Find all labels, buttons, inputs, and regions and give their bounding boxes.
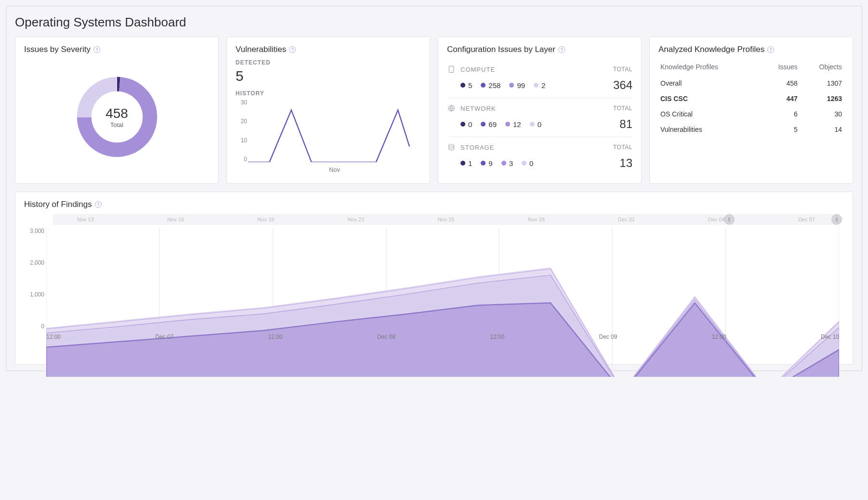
help-icon[interactable]: ? bbox=[558, 46, 565, 53]
detected-label: DETECTED bbox=[236, 59, 421, 66]
sev-critical: 5 bbox=[460, 81, 472, 90]
sev-medium: 3 bbox=[501, 159, 513, 167]
network-icon bbox=[447, 104, 456, 113]
layer-row-storage: STORAGE TOTAL 1 9 3 0 13 bbox=[447, 137, 632, 176]
col-issues: Issues bbox=[761, 59, 800, 76]
layer-row-network: NETWORK TOTAL 0 69 12 0 81 bbox=[447, 98, 632, 137]
kp-row[interactable]: Overall 458 1307 bbox=[658, 76, 844, 91]
donut-total: 458 bbox=[105, 106, 128, 121]
donut-chart[interactable]: 458 Total bbox=[24, 59, 210, 175]
sev-medium: 99 bbox=[509, 81, 525, 90]
layer-name: COMPUTE bbox=[460, 66, 608, 73]
spark-x-label: Nov bbox=[248, 166, 421, 173]
sev-critical: 1 bbox=[460, 159, 472, 167]
sev-low: 0 bbox=[530, 120, 541, 128]
card-vulnerabilities: Vulnerabilities ? DETECTED 5 HISTORY 30 … bbox=[226, 37, 430, 184]
time-range-scrubber[interactable]: Nov 13 Nov 16 Nov 19 Nov 22 Nov 25 Nov 2… bbox=[53, 214, 839, 225]
total-label: TOTAL bbox=[613, 105, 632, 112]
scrub-handle-right[interactable]: || bbox=[831, 214, 842, 225]
total-label: TOTAL bbox=[613, 66, 632, 73]
card-title: Vulnerabilities ? bbox=[236, 45, 421, 54]
svg-rect-4 bbox=[449, 66, 453, 72]
sev-major: 9 bbox=[481, 159, 492, 167]
help-icon[interactable]: ? bbox=[767, 46, 774, 53]
spark-y-axis: 30 20 10 0 bbox=[236, 100, 247, 162]
donut-total-label: Total bbox=[110, 121, 123, 128]
layer-name: NETWORK bbox=[460, 105, 608, 112]
help-icon[interactable]: ? bbox=[289, 46, 296, 53]
total-label: TOTAL bbox=[613, 144, 632, 151]
sev-medium: 12 bbox=[505, 120, 521, 128]
dashboard-container: Operating Systems Dashboard Issues by Se… bbox=[6, 6, 862, 371]
card-title: Configuration Issues by Layer ? bbox=[447, 45, 632, 54]
hof-area-chart bbox=[46, 228, 839, 377]
help-icon[interactable]: ? bbox=[93, 46, 100, 53]
hof-x-axis: 12:00 Dec 07 12:00 Dec 08 12:00 Dec 09 1… bbox=[46, 333, 839, 340]
sev-critical: 0 bbox=[460, 120, 472, 128]
col-name: Knowledge Profiles bbox=[658, 59, 761, 76]
card-title-text: Vulnerabilities bbox=[236, 45, 286, 54]
card-title-text: Issues by Severity bbox=[24, 45, 91, 54]
card-title-text: Analyzed Knowledge Profiles bbox=[658, 45, 764, 54]
card-title-text: Configuration Issues by Layer bbox=[447, 45, 555, 54]
layer-row-compute: COMPUTE TOTAL 5 258 99 2 364 bbox=[447, 59, 632, 98]
kp-row[interactable]: CIS CSC 447 1263 bbox=[658, 91, 844, 106]
card-title: Issues by Severity ? bbox=[24, 45, 210, 54]
card-title-text: History of Findings bbox=[24, 200, 92, 209]
page-title: Operating Systems Dashboard bbox=[15, 15, 853, 30]
card-history-of-findings: History of Findings ? Nov 13 Nov 16 Nov … bbox=[15, 192, 853, 365]
help-icon[interactable]: ? bbox=[95, 201, 102, 208]
kp-row[interactable]: OS Critical 6 30 bbox=[658, 106, 844, 122]
history-label: HISTORY bbox=[236, 90, 421, 97]
sev-low: 2 bbox=[534, 81, 545, 90]
col-objects: Objects bbox=[800, 59, 844, 76]
sev-low: 0 bbox=[522, 159, 533, 167]
donut-center: 458 Total bbox=[74, 74, 160, 160]
card-issues-by-severity: Issues by Severity ? bbox=[15, 37, 219, 184]
compute-icon bbox=[447, 65, 456, 74]
layer-total: 13 bbox=[608, 156, 632, 170]
kp-row[interactable]: Vulnerabilities 5 14 bbox=[658, 122, 844, 137]
detected-value: 5 bbox=[236, 68, 421, 84]
history-chart[interactable]: Nov 13 Nov 16 Nov 19 Nov 22 Nov 25 Nov 2… bbox=[24, 214, 844, 349]
card-config-issues: Configuration Issues by Layer ? COMPUTE … bbox=[438, 37, 642, 184]
layer-name: STORAGE bbox=[460, 144, 608, 151]
layer-total: 364 bbox=[608, 78, 632, 92]
scrub-handle-left[interactable]: || bbox=[724, 214, 735, 225]
storage-icon bbox=[447, 143, 456, 152]
card-title: Analyzed Knowledge Profiles ? bbox=[658, 45, 844, 54]
sev-major: 258 bbox=[481, 81, 500, 90]
sev-major: 69 bbox=[481, 120, 497, 128]
layer-total: 81 bbox=[608, 117, 632, 131]
hof-y-axis: 3,000 2,000 1,000 0 bbox=[24, 228, 44, 330]
card-knowledge-profiles: Analyzed Knowledge Profiles ? Knowledge … bbox=[649, 37, 853, 184]
svg-point-8 bbox=[449, 144, 454, 146]
kp-table: Knowledge Profiles Issues Objects Overal… bbox=[658, 59, 844, 137]
scrub-labels: Nov 13 Nov 16 Nov 19 Nov 22 Nov 25 Nov 2… bbox=[53, 214, 839, 225]
card-title: History of Findings ? bbox=[24, 200, 844, 209]
top-row: Issues by Severity ? bbox=[15, 37, 853, 184]
history-sparkline[interactable]: 30 20 10 0 Nov bbox=[236, 100, 421, 172]
